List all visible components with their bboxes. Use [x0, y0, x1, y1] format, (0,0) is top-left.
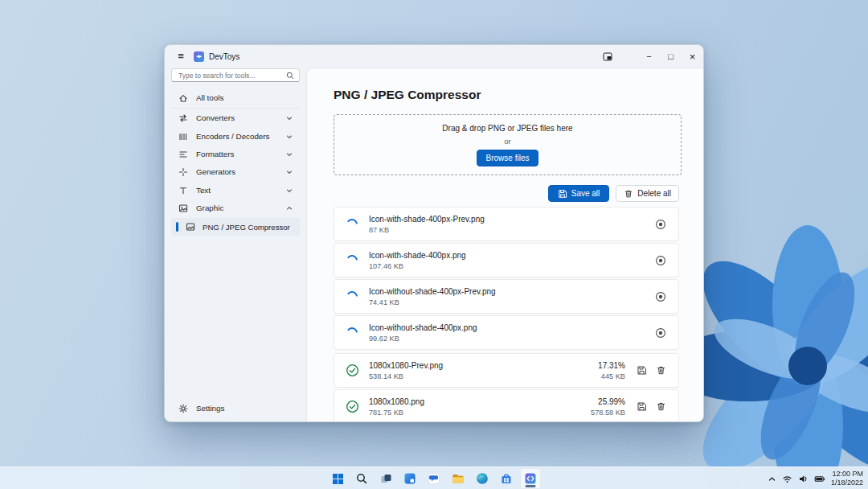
- microsoft-store-button[interactable]: [496, 468, 517, 489]
- file-name: Icon-without-shade-400px.png: [369, 323, 651, 332]
- window-title: DevToys: [209, 52, 240, 61]
- taskbar-clock[interactable]: 12:00 PM 1/18/2022: [831, 470, 863, 487]
- file-explorer-button[interactable]: [448, 468, 469, 489]
- search-icon: [356, 473, 367, 484]
- file-explorer-icon: [452, 472, 465, 485]
- bulk-actions: Save all Delete all: [548, 185, 679, 202]
- sidebar-item-label: All tools: [196, 93, 300, 102]
- sidebar-item-label: Generators: [196, 167, 286, 176]
- chat-button[interactable]: [424, 468, 444, 489]
- sidebar-item-text[interactable]: Text: [171, 182, 300, 199]
- devtoys-icon: [524, 472, 537, 485]
- wifi-icon: [782, 474, 792, 484]
- save-file-button[interactable]: [632, 361, 651, 380]
- file-size: 781.75 KB: [369, 409, 591, 417]
- close-button[interactable]: ×: [682, 45, 703, 68]
- sidebar-item-label: Graphic: [196, 203, 286, 212]
- minimize-button[interactable]: −: [638, 45, 660, 68]
- save-icon: [637, 401, 647, 412]
- devtoys-taskbar-button[interactable]: [520, 468, 541, 489]
- save-all-button[interactable]: Save all: [548, 185, 610, 202]
- file-name: Icon-without-shade-400px-Prev.png: [369, 287, 651, 296]
- file-row: Icon-without-shade-400px.png 99.62 KB: [334, 315, 679, 350]
- window-controls: − □ ×: [638, 45, 703, 68]
- trash-icon: [656, 401, 666, 412]
- delete-file-button[interactable]: [651, 397, 670, 417]
- graphic-tools-icon: [178, 203, 188, 213]
- success-check-icon: [345, 364, 359, 378]
- sidebar-item-formatters[interactable]: Formatters: [171, 146, 300, 162]
- search-input[interactable]: [172, 72, 286, 80]
- menu-button[interactable]: ≡: [171, 48, 190, 64]
- sidebar-item-png-jpeg-compressor[interactable]: PNG / JPEG Compressor: [171, 218, 300, 236]
- sidebar-item-label: Text: [196, 186, 286, 195]
- chevron-down-icon: [286, 169, 293, 175]
- volume-button[interactable]: [798, 474, 809, 484]
- encoders-decoders-icon: [178, 132, 188, 142]
- compressor-tool-icon: [186, 222, 195, 232]
- dropzone-instruction: Drag & drop PNG or JPEG files here: [442, 124, 572, 133]
- start-button[interactable]: [327, 468, 348, 489]
- converters-icon: [178, 113, 188, 123]
- chevron-down-icon: [286, 134, 293, 140]
- file-row: Icon-with-shade-400px.png 107.46 KB: [334, 243, 679, 277]
- network-button[interactable]: [782, 474, 792, 484]
- generators-icon: [178, 167, 188, 177]
- progress-spinner-icon: [345, 290, 359, 304]
- delete-file-button[interactable]: [651, 361, 670, 380]
- browse-files-button[interactable]: Browse files: [477, 150, 539, 166]
- sidebar-item-all-tools[interactable]: All tools: [171, 89, 300, 106]
- progress-spinner-icon: [345, 253, 359, 268]
- compression-stats: 17.31% 445 KB: [598, 361, 625, 380]
- compact-overlay-icon: [603, 52, 612, 61]
- sidebar-item-graphic[interactable]: Graphic: [171, 199, 300, 216]
- file-size: 99.62 KB: [369, 335, 651, 343]
- chat-icon: [428, 472, 440, 485]
- trash-icon: [656, 365, 666, 376]
- trash-icon: [624, 189, 633, 199]
- save-icon: [637, 365, 647, 376]
- chevron-down-icon: [286, 187, 293, 194]
- save-file-button[interactable]: [632, 397, 651, 417]
- sidebar-item-settings[interactable]: Settings: [171, 400, 300, 417]
- sidebar-item-label: Converters: [196, 113, 286, 122]
- new-file-size: 578.58 KB: [591, 409, 625, 417]
- success-check-icon: [345, 400, 359, 414]
- sidebar-item-label: Encoders / Decoders: [196, 132, 286, 141]
- tool-search-box: [171, 68, 300, 82]
- taskbar: 12:00 PM 1/18/2022: [0, 466, 868, 489]
- edge-button[interactable]: [472, 468, 493, 489]
- sidebar-item-converters[interactable]: Converters: [171, 109, 300, 126]
- file-name: 1080x1080-Prev.png: [369, 361, 598, 370]
- windows-start-icon: [332, 473, 344, 485]
- delete-all-button[interactable]: Delete all: [616, 185, 679, 202]
- progress-spinner-icon: [345, 326, 359, 340]
- savings-percent: 17.31%: [598, 361, 625, 370]
- stop-icon: [655, 291, 666, 302]
- cancel-compression-button[interactable]: [651, 287, 670, 306]
- widgets-button[interactable]: [399, 468, 420, 489]
- cancel-compression-button[interactable]: [651, 215, 670, 234]
- task-view-button[interactable]: [375, 468, 396, 489]
- file-name: 1080x1080.png: [369, 397, 591, 406]
- maximize-button[interactable]: □: [660, 45, 682, 68]
- cancel-compression-button[interactable]: [651, 251, 670, 270]
- formatters-icon: [178, 150, 188, 159]
- browse-files-label: Browse files: [486, 154, 530, 162]
- file-size: 74.41 KB: [369, 298, 651, 306]
- file-row: 1080x1080-Prev.png 538.14 KB 17.31% 445 …: [334, 353, 679, 388]
- hidden-icons-button[interactable]: [768, 475, 776, 483]
- search-icon: [286, 72, 294, 80]
- sidebar-item-label: Settings: [196, 404, 300, 413]
- file-dropzone[interactable]: Drag & drop PNG or JPEG files here or Br…: [334, 114, 682, 175]
- gear-icon: [178, 404, 188, 413]
- home-icon: [178, 93, 188, 103]
- sidebar-item-generators[interactable]: Generators: [171, 163, 300, 180]
- page-title: PNG / JPEG Compressor: [334, 88, 481, 102]
- compact-overlay-button[interactable]: [596, 45, 618, 68]
- cancel-compression-button[interactable]: [651, 323, 670, 343]
- sidebar-item-encoders-decoders[interactable]: Encoders / Decoders: [171, 128, 300, 145]
- titlebar: ≡ ◂▸ DevToys − □ ×: [165, 45, 703, 68]
- battery-button[interactable]: [814, 474, 825, 484]
- taskbar-search-button[interactable]: [351, 468, 372, 489]
